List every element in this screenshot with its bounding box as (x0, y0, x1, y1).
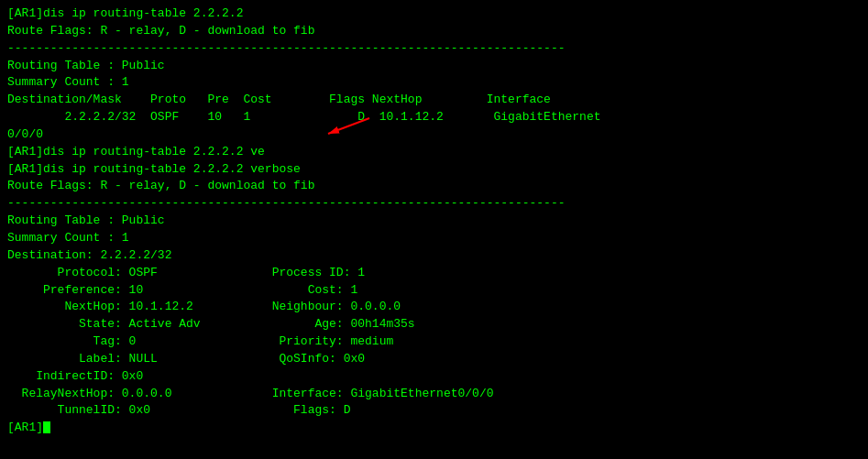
terminal-cursor (43, 421, 50, 433)
terminal-line: Label: NULL QoSInfo: 0x0 (7, 351, 861, 368)
terminal-line: 2.2.2.2/32 OSPF 10 1 D 10.1.12.2 Gigabit… (7, 109, 861, 126)
terminal-line: ----------------------------------------… (7, 40, 861, 58)
terminal-line: Destination/Mask Proto Pre Cost Flags Ne… (7, 92, 861, 109)
terminal-window[interactable]: [AR1]dis ip routing-table 2.2.2.2Route F… (7, 5, 861, 454)
terminal-line: [AR1]dis ip routing-table 2.2.2.2 (7, 5, 861, 23)
terminal-line: Tag: 0 Priority: medium (7, 333, 861, 351)
terminal-line: RelayNextHop: 0.0.0.0 Interface: Gigabit… (7, 386, 861, 403)
terminal-line: Routing Table : Public (7, 58, 861, 75)
terminal-line: [AR1]dis ip routing-table 2.2.2.2 verbos… (7, 161, 861, 179)
terminal-line: Routing Table : Public (7, 213, 861, 230)
terminal-line: Summary Count : 1 (7, 230, 861, 247)
terminal-line: 0/0/0 (7, 126, 861, 144)
terminal-line: Destination: 2.2.2.2/32 (7, 247, 861, 265)
terminal-line: State: Active Adv Age: 00h14m35s (7, 316, 861, 333)
terminal-line: Protocol: OSPF Process ID: 1 (7, 265, 861, 282)
terminal-output: [AR1]dis ip routing-table 2.2.2.2Route F… (7, 5, 861, 437)
terminal-line: ----------------------------------------… (7, 195, 861, 213)
terminal-line: Route Flags: R - relay, D - download to … (7, 23, 861, 40)
terminal-line: Summary Count : 1 (7, 74, 861, 92)
terminal-line: NextHop: 10.1.12.2 Neighbour: 0.0.0.0 (7, 299, 861, 316)
terminal-line: [AR1] (7, 420, 861, 437)
terminal-line: [AR1]dis ip routing-table 2.2.2.2 ve (7, 144, 861, 161)
terminal-line: TunnelID: 0x0 Flags: D (7, 402, 861, 420)
terminal-line: IndirectID: 0x0 (7, 368, 861, 386)
terminal-line: Preference: 10 Cost: 1 (7, 282, 861, 300)
terminal-line: Route Flags: R - relay, D - download to … (7, 178, 861, 195)
